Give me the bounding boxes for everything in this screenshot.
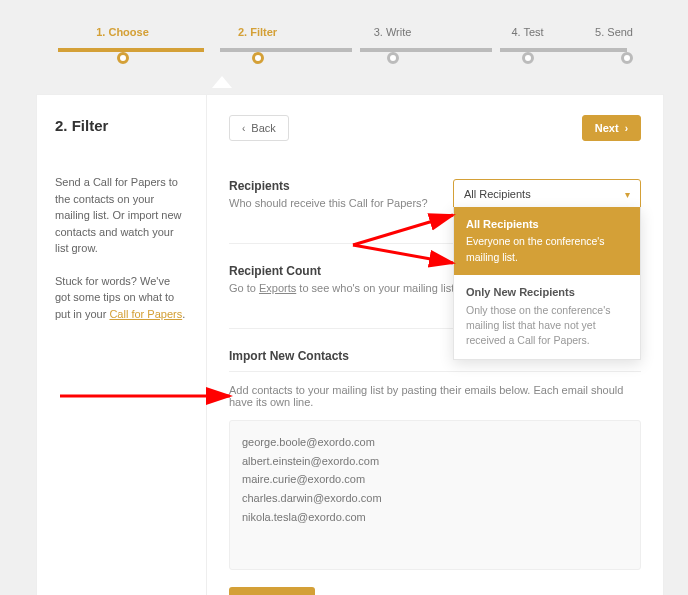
recipients-select-value: All Recipients xyxy=(464,188,531,200)
step-write[interactable]: 3. Write xyxy=(325,26,460,64)
page-title: 2. Filter xyxy=(55,117,188,134)
wizard-stepper: 1. Choose 2. Filter 3. Write 4. Test 5. … xyxy=(0,0,688,64)
step-dot-icon xyxy=(117,52,129,64)
step-dot-icon xyxy=(252,52,264,64)
step-label: 1. Choose xyxy=(96,26,149,38)
stepper-bar xyxy=(500,48,627,52)
step-label: 5. Send xyxy=(595,26,633,38)
back-button[interactable]: ‹ Back xyxy=(229,115,289,141)
import-section: Import New Contacts Add contacts to your… xyxy=(229,349,641,595)
toolbar: ‹ Back Next › xyxy=(229,115,641,141)
recipients-sub: Who should receive this Call for Papers? xyxy=(229,197,428,209)
recipients-heading: Recipients xyxy=(229,179,428,193)
step-choose[interactable]: 1. Choose xyxy=(55,26,190,64)
next-button[interactable]: Next › xyxy=(582,115,641,141)
chevron-right-icon: › xyxy=(625,123,628,134)
import-sub: Add contacts to your mailing list by pas… xyxy=(229,384,641,408)
step-dot-icon xyxy=(522,52,534,64)
recipient-count-heading: Recipient Count xyxy=(229,264,457,278)
step-send[interactable]: 5. Send xyxy=(595,26,633,64)
step-dot-icon xyxy=(387,52,399,64)
stepper-bar xyxy=(360,48,492,52)
stepper-bar xyxy=(58,48,204,52)
exports-link[interactable]: Exports xyxy=(259,282,296,294)
dropdown-option-new[interactable]: Only New Recipients Only those on the co… xyxy=(454,275,640,359)
chevron-left-icon: ‹ xyxy=(242,123,245,134)
recipients-dropdown: All Recipients Everyone on the conferenc… xyxy=(453,207,641,360)
filter-card: 2. Filter Send a Call for Papers to the … xyxy=(36,94,664,595)
stepper-bar xyxy=(220,48,352,52)
step-label: 4. Test xyxy=(511,26,543,38)
right-panel: ‹ Back Next › Recipients Who should rece… xyxy=(207,95,663,595)
intro-paragraph: Send a Call for Papers to the contacts o… xyxy=(55,174,188,257)
active-step-caret-icon xyxy=(212,76,232,88)
step-test[interactable]: 4. Test xyxy=(460,26,595,64)
step-label: 3. Write xyxy=(374,26,412,38)
dropdown-option-all[interactable]: All Recipients Everyone on the conferenc… xyxy=(454,207,640,275)
tips-paragraph: Stuck for words? We've got some tips on … xyxy=(55,273,188,323)
left-panel: 2. Filter Send a Call for Papers to the … xyxy=(37,95,207,595)
start-import-button[interactable]: Start Import xyxy=(229,587,315,595)
step-filter[interactable]: 2. Filter xyxy=(190,26,325,64)
import-emails-textarea[interactable] xyxy=(229,420,641,570)
call-for-papers-link[interactable]: Call for Papers xyxy=(109,308,182,320)
chevron-down-icon: ▾ xyxy=(625,189,630,200)
step-label: 2. Filter xyxy=(238,26,277,38)
step-dot-icon xyxy=(621,52,633,64)
recipients-select[interactable]: All Recipients ▾ xyxy=(453,179,641,209)
recipient-count-sub: Go to Exports to see who's on your maili… xyxy=(229,282,457,294)
